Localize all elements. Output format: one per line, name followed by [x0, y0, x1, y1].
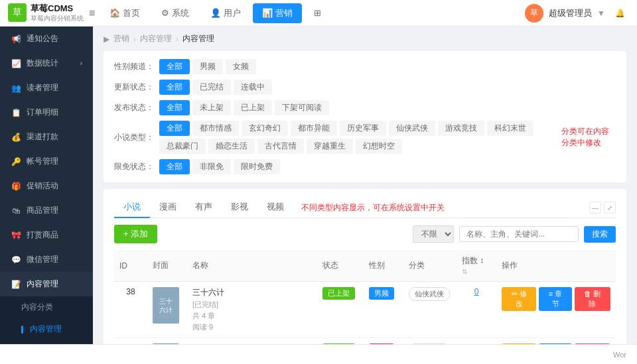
bottom-text: Wor [613, 351, 626, 359]
filter-type-game[interactable]: 游戏竞技 [438, 121, 484, 136]
sidebar-item-content[interactable]: 📝 内容管理 [0, 272, 93, 296]
sidebar-item-channel[interactable]: 💰 渠道打款 [0, 125, 93, 149]
user-name[interactable]: 超级管理员 [549, 7, 592, 19]
breadcrumb-marketing[interactable]: 营销 [113, 33, 129, 44]
sidebar-sub-content-category[interactable]: 内容分类 [0, 296, 93, 318]
wechat-icon: 💬 [11, 255, 21, 265]
order-icon: 📋 [11, 108, 21, 117]
filter-charge-all[interactable]: 全部 [159, 159, 190, 174]
sort-icon[interactable]: ⇅ [462, 268, 467, 275]
filter-type-hint: 分类可在内容分类中修改 [561, 126, 616, 149]
sidebar-item-wechat[interactable]: 💬 微信管理 [0, 247, 93, 272]
goods-icon: 🛍 [11, 206, 21, 215]
filter-publish-tags: 全部 未上架 已上架 下架可阅读 [159, 100, 329, 115]
sidebar-item-promo[interactable]: 🎁 促销活动 [0, 174, 93, 198]
sidebar-sub-content-manage[interactable]: 内容管理 [0, 318, 93, 340]
cell-id: 38 [114, 282, 147, 338]
filter-gender-all[interactable]: 全部 [159, 59, 190, 74]
nav-users[interactable]: 👤 用户 [201, 3, 250, 23]
notification-icon[interactable]: 🔔 [610, 4, 629, 23]
filter-update-label: 更新状态： [114, 82, 154, 93]
nav-system[interactable]: ⚙ 系统 [152, 3, 198, 23]
cell-index: 0 [457, 338, 496, 345]
filter-publish-on[interactable]: 已上架 [234, 100, 272, 115]
cell-action: ✏ 修改 ≡ 章节 🗑 删除 [496, 282, 616, 338]
delete-button[interactable]: 🗑 删除 [575, 287, 610, 311]
cell-action: ✏ 修改 ≡ 章节 🗑 删除 [496, 338, 616, 345]
filter-publish-offline-read[interactable]: 下架可阅读 [275, 100, 329, 115]
filter-update-complete[interactable]: 已完结 [192, 80, 231, 95]
filter-gender-female[interactable]: 女频 [226, 59, 256, 74]
filter-charge-non[interactable]: 非限免 [192, 159, 231, 174]
filter-type-ancient[interactable]: 古代言情 [257, 139, 304, 154]
cell-cover: 论语 [147, 338, 187, 345]
sidebar-item-print[interactable]: 🎀 打赏商品 [0, 223, 93, 247]
sidebar-item-reader[interactable]: 👥 读者管理 [0, 76, 93, 100]
table-toolbar: + 添加 不限 搜索 [114, 225, 616, 243]
tab-hint: 不同类型内容显示，可在系统设置中开关 [301, 200, 445, 217]
col-action: 操作 [496, 250, 616, 282]
cell-name: 论语 [已完结] 共 4 章 阅读 3 [187, 338, 317, 345]
filter-type-scifi[interactable]: 科幻末世 [487, 121, 533, 136]
search-button[interactable]: 搜索 [584, 226, 616, 243]
menu-toggle-icon[interactable]: ≡ [89, 7, 95, 19]
nav-marketing[interactable]: 📊 营销 [253, 3, 302, 23]
filter-type-romance[interactable]: 婚恋生活 [208, 139, 255, 154]
edit-button[interactable]: ✏ 修改 [502, 287, 536, 311]
filter-charge-label: 限免状态： [114, 161, 154, 172]
filter-type-rebirth[interactable]: 穿越重生 [307, 139, 353, 154]
add-button[interactable]: + 添加 [114, 225, 157, 243]
filter-type-xianxia[interactable]: 仙侠武侠 [389, 121, 435, 136]
sidebar-item-notice[interactable]: 📢 通知公告 [0, 27, 93, 51]
filter-row-update: 更新状态： 全部 已完结 连载中 [114, 80, 616, 95]
user-dropdown-icon[interactable]: ▼ [597, 9, 605, 18]
filter-type-history[interactable]: 历史军事 [340, 121, 386, 136]
filter-type-tags: 全部 都市情感 玄幻奇幻 都市异能 历史军事 仙侠武侠 游戏竞技 科幻末世 总裁… [159, 121, 545, 154]
cell-status: 已上架 [317, 338, 364, 345]
filter-update-all[interactable]: 全部 [159, 80, 190, 95]
filter-publish-all[interactable]: 全部 [159, 100, 190, 115]
table-row: 36 论语 论语 [已完结] 共 4 章 阅读 3 已上架 女频 婚恋生活 0 … [114, 338, 616, 345]
filter-gender-tags: 全部 男频 女频 [159, 59, 256, 74]
breadcrumb: ▶ 营销 › 内容管理 › 内容管理 [104, 33, 626, 44]
filter-update-ongoing[interactable]: 连载中 [234, 80, 272, 95]
filter-publish-not[interactable]: 未上架 [192, 100, 231, 115]
account-icon: 🔑 [11, 157, 21, 166]
nav-home[interactable]: 🏠 首页 [100, 3, 149, 23]
tab-audio[interactable]: 有声 [186, 197, 222, 218]
sidebar-item-order[interactable]: 📋 订单明细 [0, 100, 93, 125]
minimize-icon[interactable]: — [589, 202, 601, 213]
tab-novel[interactable]: 小说 [114, 197, 150, 218]
filter-charge-timed[interactable]: 限时免费 [234, 159, 280, 174]
top-bar-right: 草 超级管理员 ▼ 🔔 [525, 4, 629, 23]
sidebar-item-account[interactable]: 🔑 帐号管理 [0, 149, 93, 174]
breadcrumb-content-mgmt[interactable]: 内容管理 [140, 33, 172, 44]
content-area: ▶ 营销 › 内容管理 › 内容管理 性别频道： 全部 男频 女频 [93, 27, 637, 344]
search-input[interactable] [459, 226, 579, 242]
tab-film[interactable]: 影视 [222, 197, 257, 218]
filter-type-urban[interactable]: 都市情感 [192, 121, 239, 136]
filter-type-ceo[interactable]: 总裁豪门 [159, 139, 206, 154]
filter-update-tags: 全部 已完结 连载中 [159, 80, 272, 95]
filter-type-urban2[interactable]: 都市异能 [291, 121, 337, 136]
chapter-button[interactable]: ≡ 章节 [539, 287, 572, 311]
limit-select[interactable]: 不限 [413, 225, 454, 243]
tab-comic[interactable]: 漫画 [150, 197, 186, 218]
toolbar-right: 不限 搜索 [413, 225, 616, 243]
filter-type-fantasy[interactable]: 玄幻奇幻 [242, 121, 288, 136]
filter-publish-label: 发布状态： [114, 102, 154, 113]
content-tabs: 小说 漫画 有声 影视 视频 [114, 197, 293, 217]
channel-icon: 💰 [11, 133, 21, 142]
cell-id: 36 [114, 338, 147, 345]
nav-grid[interactable]: ⊞ [305, 4, 330, 22]
sidebar-item-goods[interactable]: 🛍 商品管理 [0, 198, 93, 223]
promo-icon: 🎁 [11, 182, 21, 191]
table-body: 38 三十 六计 三十六计 [已完结] 共 4 章 阅读 9 已上架 男频 仙侠… [114, 282, 616, 345]
sidebar-item-stats[interactable]: 📈 数据统计 › [0, 51, 93, 76]
filter-row-publish: 发布状态： 全部 未上架 已上架 下架可阅读 [114, 100, 616, 115]
expand-icon[interactable]: ⤢ [604, 202, 616, 213]
filter-gender-male[interactable]: 男频 [192, 59, 223, 74]
filter-type-imagination[interactable]: 幻想时空 [356, 139, 402, 154]
tab-video[interactable]: 视频 [257, 197, 293, 218]
filter-type-all[interactable]: 全部 [159, 121, 190, 136]
